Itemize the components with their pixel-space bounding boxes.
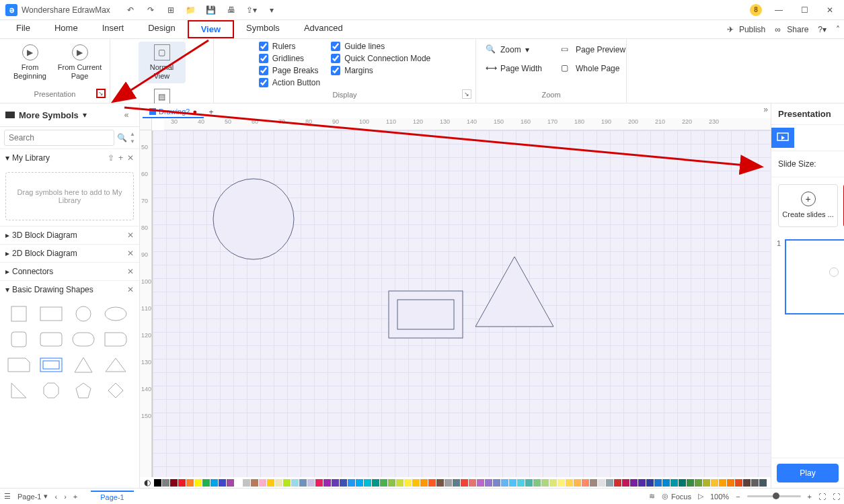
action-button-checkbox[interactable]: Action Button: [259, 78, 320, 87]
from-beginning-button[interactable]: ▶ From Beginning: [7, 42, 54, 83]
close-section-icon[interactable]: ✕: [127, 249, 134, 258]
print-icon[interactable]: 🖶: [225, 3, 238, 17]
presentation-launcher[interactable]: ↘: [96, 89, 106, 98]
document-tab[interactable]: Drawing2●: [143, 106, 204, 118]
horizontal-ruler[interactable]: 3040506070809010011012013014015016017018…: [164, 118, 771, 130]
shape-double-rect[interactable]: [38, 355, 65, 375]
color-swatch[interactable]: [202, 479, 210, 487]
page-dropdown[interactable]: Page-1 ▾: [17, 492, 48, 501]
color-swatch[interactable]: [396, 479, 404, 487]
color-swatch[interactable]: [267, 479, 274, 487]
section-3d-block[interactable]: ▸ 3D Block Diagram✕: [0, 226, 139, 244]
color-swatch[interactable]: [348, 479, 355, 487]
color-swatch[interactable]: [194, 479, 202, 487]
library-drop-zone[interactable]: Drag symbols here to add to My Library: [5, 172, 134, 220]
create-slides-auto-button[interactable]: + Create slides ...: [778, 184, 838, 227]
close-section-icon[interactable]: ✕: [127, 230, 134, 240]
menu-insert[interactable]: Insert: [90, 20, 137, 38]
color-swatch[interactable]: [307, 479, 315, 487]
color-swatch[interactable]: [662, 479, 670, 487]
color-swatch[interactable]: [372, 479, 379, 487]
color-swatch[interactable]: [323, 479, 331, 487]
color-swatch[interactable]: [517, 479, 525, 487]
canvas-double-rect[interactable]: [388, 290, 463, 339]
shape-right-round-rect[interactable]: [102, 329, 129, 349]
focus-button[interactable]: ◎ Focus: [662, 492, 691, 501]
color-swatch[interactable]: [638, 479, 646, 487]
maximize-button[interactable]: ☐: [796, 1, 813, 19]
color-swatch[interactable]: [436, 479, 444, 487]
color-swatch[interactable]: [485, 479, 492, 487]
section-basic-shapes[interactable]: ▾ Basic Drawing Shapes✕: [0, 280, 139, 298]
color-swatch[interactable]: [404, 479, 412, 487]
color-swatch[interactable]: [622, 479, 629, 487]
qat-more-icon[interactable]: ▾: [265, 3, 278, 17]
page-preview-button[interactable]: ▭Page Preview: [557, 42, 629, 58]
from-current-page-button[interactable]: ▶ From Current Page: [56, 42, 104, 83]
color-swatch[interactable]: [549, 479, 557, 487]
undo-icon[interactable]: ↶: [124, 3, 137, 17]
zoom-out-button[interactable]: −: [736, 493, 740, 501]
color-swatch[interactable]: [243, 479, 250, 487]
color-swatch[interactable]: [275, 479, 282, 487]
zoom-button[interactable]: 🔍Zoom▾: [482, 42, 546, 58]
color-swatch[interactable]: [614, 479, 621, 487]
color-swatch[interactable]: [461, 479, 468, 487]
shape-diag-rect[interactable]: [5, 355, 32, 375]
slide-thumbnail-1[interactable]: [785, 239, 844, 314]
whole-page-button[interactable]: ▢Whole Page: [557, 60, 629, 77]
color-swatch[interactable]: [210, 479, 218, 487]
vertical-ruler[interactable]: 5060708090100110120130140150: [140, 130, 152, 477]
normal-view-button[interactable]: ▢ Normal View: [139, 42, 186, 83]
publish-button[interactable]: ✈Publish: [727, 25, 765, 34]
color-swatch[interactable]: [170, 479, 178, 487]
close-section-icon[interactable]: ✕: [127, 267, 134, 276]
color-swatch[interactable]: [227, 479, 234, 487]
color-swatch[interactable]: [493, 479, 500, 487]
fullscreen-icon[interactable]: ⛶: [833, 493, 840, 501]
symbol-search-input[interactable]: [4, 130, 114, 146]
page-width-button[interactable]: ⟷Page Width: [482, 60, 546, 77]
close-lib-icon[interactable]: ✕: [127, 153, 134, 163]
color-swatch[interactable]: [501, 479, 508, 487]
color-swatch[interactable]: [186, 479, 194, 487]
add-page-button[interactable]: +: [73, 493, 77, 501]
color-swatch[interactable]: [558, 479, 565, 487]
shape-triangle[interactable]: [70, 355, 97, 375]
color-swatch[interactable]: [340, 479, 347, 487]
shape-diamond[interactable]: [102, 380, 129, 401]
color-swatch[interactable]: [356, 479, 363, 487]
color-swatch[interactable]: [525, 479, 533, 487]
color-swatch[interactable]: [469, 479, 476, 487]
color-swatch[interactable]: [695, 479, 702, 487]
color-swatch[interactable]: [719, 479, 726, 487]
gridlines-checkbox[interactable]: Gridlines: [259, 54, 320, 63]
expand-panel-button[interactable]: »: [763, 105, 768, 114]
menu-view[interactable]: View: [188, 20, 234, 38]
presentation-mode-tab[interactable]: [771, 128, 794, 148]
menu-advanced[interactable]: Advanced: [292, 20, 355, 38]
color-swatch[interactable]: [259, 479, 266, 487]
close-section-icon[interactable]: ✕: [127, 285, 134, 294]
shape-iso-triangle[interactable]: [102, 355, 129, 375]
zoom-slider[interactable]: [747, 495, 801, 497]
zoom-in-button[interactable]: +: [808, 493, 812, 501]
help-button[interactable]: ?▾: [818, 25, 827, 34]
section-connectors[interactable]: ▸ Connectors✕: [0, 262, 139, 280]
color-swatch[interactable]: [251, 479, 258, 487]
color-swatch[interactable]: [598, 479, 605, 487]
color-swatch[interactable]: [679, 479, 686, 487]
new-icon[interactable]: ⊞: [164, 3, 178, 17]
section-2d-block[interactable]: ▸ 2D Block Diagram✕: [0, 244, 139, 262]
color-swatch[interactable]: [654, 479, 662, 487]
color-swatch[interactable]: [727, 479, 734, 487]
canvas-circle[interactable]: [212, 177, 295, 261]
color-swatch[interactable]: [162, 479, 169, 487]
layers-icon[interactable]: ≋: [649, 492, 655, 501]
color-swatch[interactable]: [477, 479, 484, 487]
add-lib-icon[interactable]: +: [118, 153, 123, 163]
color-swatch[interactable]: [291, 479, 299, 487]
page-tab[interactable]: Page-1: [91, 491, 133, 503]
menu-design[interactable]: Design: [136, 20, 187, 38]
color-swatch[interactable]: [687, 479, 694, 487]
